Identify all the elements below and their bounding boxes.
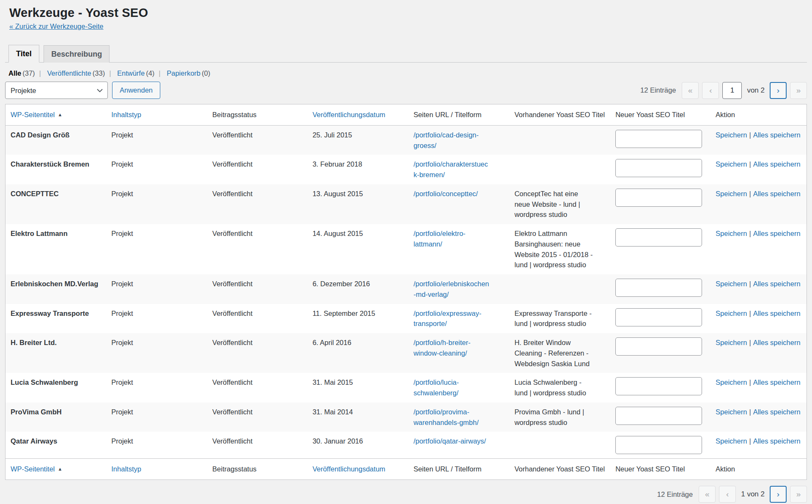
save-link[interactable]: Speichern <box>716 310 747 317</box>
row-url-link[interactable]: /portfolio/h-breiter-window-cleaning/ <box>414 339 471 357</box>
pagination-bottom: 12 Einträge « ‹ 1 von 2 › » <box>657 486 807 503</box>
new-yoast-title-input[interactable] <box>615 228 702 247</box>
save-all-link[interactable]: Alles speichern <box>753 437 801 445</box>
column-header-label: Veröffentlichungsdatum <box>313 465 385 473</box>
column-header-label: Aktion <box>716 111 735 118</box>
new-yoast-title-input[interactable] <box>615 159 702 177</box>
row-url-link[interactable]: /portfolio/cad-design-groess/ <box>414 131 479 149</box>
row-url-link[interactable]: /portfolio/provima-warenhandels-gmbh/ <box>414 408 479 426</box>
table-row: Charakterstück Bremen Projekt Veröffentl… <box>5 155 807 184</box>
save-link[interactable]: Speichern <box>716 280 747 288</box>
row-post-status: Veröffentlicht <box>207 432 307 459</box>
row-publish-date: 6. April 2016 <box>307 333 409 373</box>
row-content-type: Projekt <box>106 432 207 459</box>
table-body: CAD Design Größ Projekt Veröffentlicht 2… <box>5 125 807 459</box>
save-all-link[interactable]: Alles speichern <box>753 378 801 386</box>
bulk-editor-table: WP-Seitentitel▲ Inhaltstyp Beitragsstatu… <box>5 104 807 480</box>
filter-papierkorb[interactable]: Papierkorb(0) <box>167 69 210 77</box>
sort-by-type[interactable]: Inhaltstyp <box>111 111 141 118</box>
row-url-link[interactable]: /portfolio/elektro-lattmann/ <box>414 230 466 248</box>
action-separator: | <box>749 131 751 139</box>
table-row: Erlebniskochen MD.Verlag Projekt Veröffe… <box>5 274 807 304</box>
prev-page-button: ‹ <box>719 486 736 503</box>
tab-titel[interactable]: Titel <box>8 45 39 63</box>
table-row: H. Breiter Ltd. Projekt Veröffentlicht 6… <box>5 333 807 373</box>
save-all-link[interactable]: Alles speichern <box>753 339 801 346</box>
row-url-link[interactable]: /portfolio/charakterstueck-bremen/ <box>414 160 488 178</box>
save-link[interactable]: Speichern <box>716 160 747 168</box>
save-link[interactable]: Speichern <box>716 230 747 237</box>
post-type-filter-select[interactable]: Projekte <box>5 82 108 99</box>
table-footer: WP-Seitentitel▲ Inhaltstyp Beitragsstatu… <box>5 459 807 480</box>
save-link[interactable]: Speichern <box>716 408 747 416</box>
row-existing-yoast-title: Lucia Schwalenberg - lund | wordpress st… <box>509 373 610 403</box>
new-yoast-title-input[interactable] <box>615 337 702 356</box>
filter-count: (0) <box>202 69 210 77</box>
save-all-link[interactable]: Alles speichern <box>753 310 801 317</box>
save-link[interactable]: Speichern <box>716 378 747 386</box>
row-existing-yoast-title <box>509 155 610 184</box>
sort-asc-icon: ▲ <box>58 466 63 471</box>
save-all-link[interactable]: Alles speichern <box>753 230 801 237</box>
column-header-label: WP-Seitentitel <box>11 111 55 118</box>
sort-by-date[interactable]: Veröffentlichungsdatum <box>313 465 385 473</box>
row-url-link[interactable]: /portfolio/erlebniskochen-md-verlag/ <box>414 280 489 298</box>
new-yoast-title-input[interactable] <box>615 436 702 454</box>
new-yoast-title-input[interactable] <box>615 407 702 425</box>
last-page-button[interactable]: » <box>790 486 807 503</box>
row-post-status: Veröffentlicht <box>207 155 307 184</box>
save-link[interactable]: Speichern <box>716 437 747 445</box>
filter-count: (4) <box>146 69 154 77</box>
action-separator: | <box>749 230 751 237</box>
table-row: CONCEPTTEC Projekt Veröffentlicht 13. Au… <box>5 184 807 224</box>
filter-alle[interactable]: Alle(37) <box>8 69 35 77</box>
sort-by-type[interactable]: Inhaltstyp <box>111 465 141 473</box>
new-yoast-title-input[interactable] <box>615 279 702 297</box>
column-header-label: WP-Seitentitel <box>11 465 55 473</box>
apply-button[interactable]: Anwenden <box>112 82 160 99</box>
row-page-title: Charakterstück Bremen <box>11 160 89 168</box>
action-separator: | <box>749 378 751 386</box>
row-post-status: Veröffentlicht <box>207 274 307 304</box>
filter-entwuerfe[interactable]: Entwürfe(4) <box>117 69 154 77</box>
sort-by-title[interactable]: WP-Seitentitel▲ <box>11 111 62 118</box>
save-link[interactable]: Speichern <box>716 339 747 346</box>
row-url-link[interactable]: /portfolio/concepttec/ <box>414 190 478 197</box>
next-page-button[interactable]: › <box>770 486 787 503</box>
save-link[interactable]: Speichern <box>716 190 747 197</box>
row-page-title: Erlebniskochen MD.Verlag <box>11 280 98 288</box>
prev-page-button: ‹ <box>702 82 719 99</box>
new-yoast-title-input[interactable] <box>615 308 702 326</box>
row-content-type: Projekt <box>106 403 207 432</box>
page-x-of-y-label: 1 von 2 <box>741 490 765 499</box>
next-page-button[interactable]: › <box>770 82 787 99</box>
save-link[interactable]: Speichern <box>716 131 747 139</box>
filter-veroeffentlichte[interactable]: Veröffentlichte(33) <box>47 69 105 77</box>
new-yoast-title-input[interactable] <box>615 377 702 395</box>
row-existing-yoast-title: ConceptTec hat eine neue Website - lund … <box>509 184 610 224</box>
new-yoast-title-input[interactable] <box>615 189 702 207</box>
tab-beschreibung[interactable]: Beschreibung <box>44 45 110 63</box>
column-header-label: Neuer Yoast SEO Titel <box>615 465 685 473</box>
save-all-link[interactable]: Alles speichern <box>753 131 801 139</box>
save-all-link[interactable]: Alles speichern <box>753 408 801 416</box>
row-page-title: Expressway Transporte <box>11 310 89 317</box>
row-content-type: Projekt <box>106 155 207 184</box>
back-to-tools-link[interactable]: « Zurück zur Werkzeuge-Seite <box>9 22 104 30</box>
new-yoast-title-input[interactable] <box>615 130 702 148</box>
sort-by-date[interactable]: Veröffentlichungsdatum <box>313 111 385 118</box>
last-page-button[interactable]: » <box>790 82 807 99</box>
save-all-link[interactable]: Alles speichern <box>753 280 801 288</box>
column-header-label: Beitragsstatus <box>212 111 257 118</box>
save-all-link[interactable]: Alles speichern <box>753 160 801 168</box>
current-page-input[interactable] <box>722 82 742 99</box>
row-url-link[interactable]: /portfolio/qatar-airways/ <box>414 437 486 445</box>
tabs-bar: Titel Beschreibung <box>5 45 807 63</box>
row-url-link[interactable]: /portfolio/lucia-schwalenberg/ <box>414 378 459 397</box>
save-all-link[interactable]: Alles speichern <box>753 190 801 197</box>
sort-by-title[interactable]: WP-Seitentitel▲ <box>11 465 62 473</box>
row-publish-date: 30. Januar 2016 <box>307 432 409 459</box>
table-row: CAD Design Größ Projekt Veröffentlicht 2… <box>5 125 807 155</box>
row-existing-yoast-title: Expressway Transporte - lund | wordpress… <box>509 304 610 334</box>
row-url-link[interactable]: /portfolio/expressway-transporte/ <box>414 310 481 328</box>
